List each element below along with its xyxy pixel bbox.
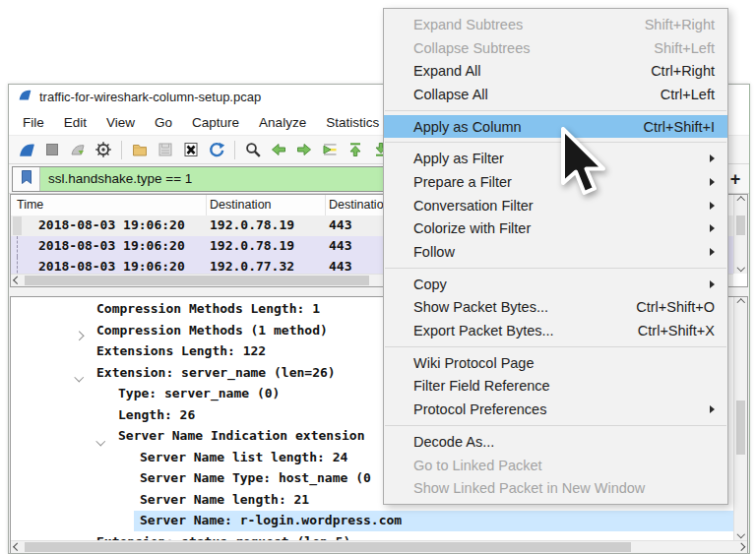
menu-item-show-linked-packet-in-new-window[interactable]: Show Linked Packet in New Window bbox=[384, 476, 727, 500]
menu-item-label: Collapse Subtrees bbox=[413, 40, 531, 56]
window-title: traffic-for-wireshark-column-setup.pcap bbox=[39, 90, 261, 104]
menubar-capture[interactable]: Capture bbox=[182, 112, 249, 133]
tree-item-text: Length: 26 bbox=[118, 407, 195, 422]
menubar-analyze[interactable]: Analyze bbox=[249, 112, 316, 133]
reload-file-icon[interactable] bbox=[205, 138, 228, 161]
capture-options-icon[interactable] bbox=[92, 138, 115, 161]
toolbar-separator bbox=[234, 141, 235, 159]
expander-down-icon[interactable] bbox=[76, 369, 83, 384]
wireshark-start-capture-icon[interactable] bbox=[15, 138, 38, 161]
scroll-down-button[interactable] bbox=[734, 262, 747, 274]
row-marker bbox=[13, 216, 22, 235]
menu-item-expand-all[interactable]: Expand AllCtrl+Right bbox=[384, 59, 727, 83]
go-back-icon[interactable] bbox=[267, 138, 290, 161]
menu-item-label: Wiki Protocol Page bbox=[413, 355, 535, 371]
menubar-go[interactable]: Go bbox=[145, 112, 182, 133]
scrollbar-thumb[interactable] bbox=[25, 276, 369, 285]
menu-item-label: Copy bbox=[413, 277, 447, 292]
row-marker bbox=[17, 257, 18, 274]
menu-item-shortcut: Ctrl+Left bbox=[661, 87, 715, 102]
scrollbar-thumb[interactable] bbox=[736, 400, 745, 455]
column-separator[interactable] bbox=[325, 195, 326, 215]
cell-destination: 192.0.77.32 bbox=[210, 259, 294, 274]
menubar-edit[interactable]: Edit bbox=[54, 112, 96, 133]
go-to-first-icon[interactable] bbox=[344, 138, 367, 161]
menubar-file[interactable]: File bbox=[13, 112, 54, 133]
scroll-up-button[interactable] bbox=[734, 195, 747, 207]
expander-down-icon[interactable] bbox=[97, 432, 104, 447]
menu-item-filter-field-reference[interactable]: Filter Field Reference bbox=[384, 375, 727, 399]
tree-item-text: Type: server_name (0) bbox=[118, 386, 280, 400]
menu-item-apply-as-filter[interactable]: Apply as Filter bbox=[384, 147, 727, 170]
menu-item-label: Apply as Filter bbox=[413, 151, 504, 166]
tree-item-text: Extensions Length: 122 bbox=[96, 343, 266, 358]
packet-list-vscrollbar[interactable] bbox=[733, 195, 747, 274]
stop-capture-icon[interactable] bbox=[40, 138, 64, 161]
cell-destination: 192.0.78.19 bbox=[210, 238, 294, 253]
menu-item-apply-as-column[interactable]: Apply as ColumnCtrl+Shift+I bbox=[384, 115, 727, 139]
column-separator[interactable] bbox=[206, 195, 207, 215]
close-file-icon[interactable] bbox=[179, 138, 203, 161]
menu-item-shortcut: Ctrl+Shift+X bbox=[638, 323, 715, 339]
tree-item-text: Server Name Indication extension bbox=[118, 428, 364, 443]
menu-item-wiki-protocol-page[interactable]: Wiki Protocol Page bbox=[384, 351, 727, 375]
menubar-statistics[interactable]: Statistics bbox=[316, 112, 389, 133]
cell-time: 2018-08-03 19:06:20 bbox=[38, 238, 185, 253]
menu-item-shortcut: Shift+Right bbox=[645, 17, 715, 32]
menu-item-label: Colorize with Filter bbox=[413, 220, 531, 236]
menu-item-prepare-a-filter[interactable]: Prepare a Filter bbox=[384, 170, 727, 194]
scroll-down-button[interactable] bbox=[734, 528, 747, 540]
menu-item-label: Prepare a Filter bbox=[413, 174, 512, 190]
tree-item[interactable]: Extension: status_request (len=5) bbox=[11, 532, 733, 541]
expander-right-icon[interactable] bbox=[76, 328, 83, 342]
tree-item-text: Compression Methods (1 method) bbox=[96, 323, 328, 338]
menu-item-follow[interactable]: Follow bbox=[384, 240, 727, 264]
tree-item-text: Compression Methods Length: 1 bbox=[96, 301, 320, 316]
scroll-up-button[interactable] bbox=[734, 297, 747, 309]
menu-item-label: Follow bbox=[413, 244, 455, 260]
menu-item-colorize-with-filter[interactable]: Colorize with Filter bbox=[384, 217, 727, 241]
column-header-time[interactable]: Time bbox=[17, 198, 43, 212]
menu-item-label: Filter Field Reference bbox=[413, 378, 550, 394]
submenu-arrow-icon bbox=[710, 248, 715, 256]
save-file-icon[interactable] bbox=[154, 138, 177, 161]
scrollbar-thumb[interactable] bbox=[736, 215, 745, 235]
menu-item-decode-as[interactable]: Decode As... bbox=[384, 430, 727, 454]
column-header-destination[interactable]: Destination bbox=[210, 198, 272, 212]
menu-item-label: Show Packet Bytes... bbox=[413, 299, 548, 315]
details-hscrollbar[interactable] bbox=[11, 540, 747, 553]
menu-item-conversation-filter[interactable]: Conversation Filter bbox=[384, 194, 727, 217]
menu-item-copy[interactable]: Copy bbox=[384, 273, 727, 296]
tree-item-selected[interactable]: Server Name: r-login.wordpress.com bbox=[11, 511, 733, 532]
menu-item-protocol-preferences[interactable]: Protocol Preferences bbox=[384, 398, 727, 421]
scroll-right-button[interactable] bbox=[734, 541, 747, 553]
menu-separator bbox=[385, 142, 726, 143]
go-to-packet-icon[interactable] bbox=[318, 138, 342, 161]
menu-item-shortcut: Ctrl+Shift+O bbox=[636, 299, 715, 315]
go-forward-icon[interactable] bbox=[292, 138, 316, 161]
tree-item-text: Extension: status_request (len=5) bbox=[96, 534, 350, 541]
menu-separator bbox=[385, 268, 726, 269]
menubar-view[interactable]: View bbox=[96, 112, 145, 133]
find-packet-icon[interactable] bbox=[241, 138, 265, 161]
scroll-left-button[interactable] bbox=[11, 275, 24, 286]
menu-item-expand-subtrees[interactable]: Expand SubtreesShift+Right bbox=[384, 13, 727, 36]
cursor-pointer bbox=[560, 127, 611, 200]
menu-item-show-packet-bytes[interactable]: Show Packet Bytes...Ctrl+Shift+O bbox=[384, 296, 727, 320]
open-file-icon[interactable] bbox=[128, 138, 152, 161]
menu-item-go-to-linked-packet[interactable]: Go to Linked Packet bbox=[384, 454, 727, 477]
menu-item-label: Protocol Preferences bbox=[413, 401, 546, 417]
scroll-left-button[interactable] bbox=[11, 541, 24, 553]
filter-bookmark-button[interactable] bbox=[13, 167, 40, 191]
menu-item-collapse-subtrees[interactable]: Collapse SubtreesShift+Left bbox=[384, 36, 727, 60]
cell-time: 2018-08-03 19:06:20 bbox=[38, 217, 185, 232]
cell-destination-port: 443 bbox=[329, 259, 351, 274]
menu-item-export-packet-bytes[interactable]: Export Packet Bytes...Ctrl+Shift+X bbox=[384, 319, 727, 342]
menu-item-collapse-all[interactable]: Collapse AllCtrl+Left bbox=[384, 83, 727, 106]
add-filter-button[interactable]: + bbox=[726, 170, 744, 188]
scrollbar-thumb[interactable] bbox=[25, 542, 631, 552]
restart-capture-icon[interactable] bbox=[66, 138, 90, 161]
bookmark-icon bbox=[20, 169, 33, 189]
expander-right-icon[interactable] bbox=[76, 539, 83, 541]
details-vscrollbar[interactable] bbox=[733, 297, 747, 540]
